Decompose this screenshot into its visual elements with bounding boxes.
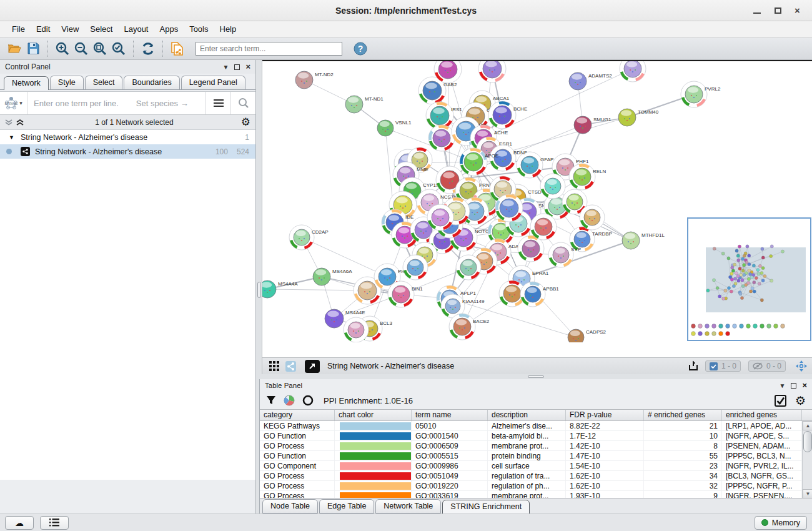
maximize-button[interactable] (775, 6, 785, 16)
panel-menu-icon[interactable]: ▼ (223, 64, 229, 71)
menu-help[interactable]: Help (214, 22, 242, 36)
column-header[interactable]: chart color (335, 410, 412, 420)
chart-color-swatch (340, 442, 412, 450)
close-button[interactable]: × (795, 6, 805, 16)
table-cell: cell surface (488, 461, 566, 470)
tab-string-enrichment[interactable]: STRING Enrichment (442, 500, 530, 514)
menu-view[interactable]: View (56, 22, 84, 36)
table-row[interactable]: GO FunctionGO:0001540beta-amyloid bi...1… (260, 431, 812, 441)
zoom-fit-icon[interactable] (91, 40, 109, 57)
table-header-row[interactable]: categorychart colorterm namedescriptionF… (260, 410, 812, 421)
hidden-count-badge: 0 - 0 (748, 360, 786, 372)
status-bar: ☁ Memory (0, 514, 812, 531)
column-header[interactable]: term name (412, 410, 488, 420)
string-options-menu-icon[interactable] (205, 92, 230, 114)
tab-style[interactable]: Style (50, 76, 84, 89)
network-collection-row[interactable]: ▼ String Network - Alzheimer's disease 1 (0, 130, 255, 144)
table-cell: GO:0019220 (412, 481, 488, 490)
species-hint[interactable]: Set species → (136, 99, 189, 108)
tab-network-table[interactable]: Network Table (375, 499, 441, 514)
string-search-icon[interactable] (230, 92, 255, 114)
menu-edit[interactable]: Edit (31, 22, 56, 36)
table-row[interactable]: GO ComponentGO:0009986cell surface1.54E-… (260, 461, 812, 471)
task-history-button[interactable] (40, 516, 69, 530)
tab-node-table[interactable]: Node Table (262, 499, 318, 514)
ppi-enrichment-label: PPI Enrichment: 1.0E-16 (324, 396, 413, 405)
open-session-icon[interactable] (5, 40, 24, 57)
string-logo-dropdown[interactable]: STRING ▾ (0, 92, 27, 114)
scroll-up-icon[interactable]: ▲ (803, 421, 812, 430)
refresh-icon[interactable] (139, 40, 157, 57)
menu-file[interactable]: File (6, 22, 31, 36)
column-header[interactable]: enriched genes (722, 410, 802, 420)
string-share-icon[interactable] (282, 359, 299, 374)
table-row[interactable]: GO ProcessGO:0051049regulation of tra...… (260, 471, 812, 481)
tab-network[interactable]: Network (4, 76, 49, 90)
help-icon[interactable]: ? (351, 40, 370, 57)
table-row[interactable]: KEGG Pathways05010Alzheimer's dise...8.8… (260, 421, 812, 431)
grid-view-icon[interactable] (266, 359, 282, 374)
zoom-in-icon[interactable] (53, 40, 72, 57)
birdseye-toggle-icon[interactable] (793, 359, 810, 374)
tree-expander-icon[interactable]: ▼ (9, 134, 14, 141)
string-term-input[interactable]: Enter one term per line. Set species → (27, 99, 205, 108)
table-row[interactable]: GO ProcessGO:0033619membrane prot...1.93… (260, 491, 812, 498)
edge-count: 524 (237, 147, 249, 156)
tab-boundaries[interactable]: Boundaries (124, 76, 179, 89)
table-panel-menu-icon[interactable]: ▼ (780, 382, 786, 389)
minimize-button[interactable] (753, 6, 763, 16)
network-options-gear-icon[interactable]: ⚙ (241, 116, 250, 129)
column-header[interactable]: FDR p-value (566, 410, 644, 420)
menu-layout[interactable]: Layout (118, 22, 154, 36)
memory-button[interactable]: Memory (755, 516, 807, 530)
search-input[interactable] (196, 42, 342, 56)
tab-legend-panel[interactable]: Legend Panel (181, 76, 245, 89)
network-label: String Network - Alzheimer's disease (35, 147, 162, 156)
network-view-toolbar: String Network - Alzheimer's disease 1 -… (262, 357, 812, 374)
menu-apps[interactable]: Apps (154, 22, 184, 36)
close-panel-icon[interactable]: × (245, 64, 250, 70)
collapse-all-icon[interactable] (5, 119, 12, 126)
menu-select[interactable]: Select (84, 22, 118, 36)
network-tree: ▼ String Network - Alzheimer's disease 1… (0, 130, 255, 480)
table-close-icon[interactable]: × (802, 382, 807, 389)
expand-all-icon[interactable] (16, 119, 24, 126)
chart-color-swatch (340, 492, 412, 498)
horizontal-splitter[interactable] (256, 374, 812, 379)
zoom-out-icon[interactable] (72, 40, 91, 57)
table-scrollbar[interactable]: ▲ ▼ (802, 421, 812, 498)
zoom-selected-icon[interactable] (109, 40, 128, 57)
network-row-selected[interactable]: String Network - Alzheimer's disease 100… (0, 144, 255, 159)
donut-ring-icon[interactable] (302, 395, 314, 406)
table-row[interactable]: GO ProcessGO:0019220regulation of ph...1… (260, 481, 812, 491)
save-session-icon[interactable] (24, 40, 42, 57)
pie-chart-icon[interactable] (284, 395, 295, 406)
table-row[interactable]: GO ProcessGO:0006509membrane prot...1.42… (260, 441, 812, 451)
svg-text:APBB1: APBB1 (543, 286, 559, 292)
scroll-down-icon[interactable]: ▼ (803, 489, 812, 498)
tab-edge-table[interactable]: Edge Table (319, 499, 374, 514)
scrollbar-thumb[interactable] (803, 431, 812, 452)
table-cell: 8 (644, 441, 722, 450)
float-panel-icon[interactable] (234, 64, 240, 70)
network-from-file-icon[interactable] (168, 40, 187, 57)
menu-tools[interactable]: Tools (184, 22, 214, 36)
table-cell: membrane prot... (488, 441, 566, 450)
select-terms-checkbox-icon[interactable] (775, 395, 786, 407)
chart-color-swatch (340, 472, 412, 480)
column-header[interactable]: # enriched genes (644, 410, 722, 420)
table-cell: [NGFR, PSENEN,... (722, 491, 802, 498)
table-row[interactable]: GO FunctionGO:0005515protein binding1.47… (260, 451, 812, 461)
open-in-window-icon[interactable] (305, 360, 320, 373)
svg-text:STRING: STRING (5, 102, 18, 106)
table-cell: GO Component (260, 461, 335, 470)
tab-select[interactable]: Select (85, 76, 123, 89)
filter-icon[interactable] (266, 395, 276, 405)
column-header[interactable]: category (260, 410, 335, 420)
cloud-tasks-button[interactable]: ☁ (5, 516, 34, 530)
export-network-icon[interactable] (685, 359, 701, 374)
column-header[interactable]: description (488, 410, 566, 420)
enrichment-settings-gear-icon[interactable]: ⚙ (795, 395, 806, 407)
table-float-icon[interactable] (791, 383, 796, 389)
birdseye-view[interactable] (687, 217, 811, 341)
